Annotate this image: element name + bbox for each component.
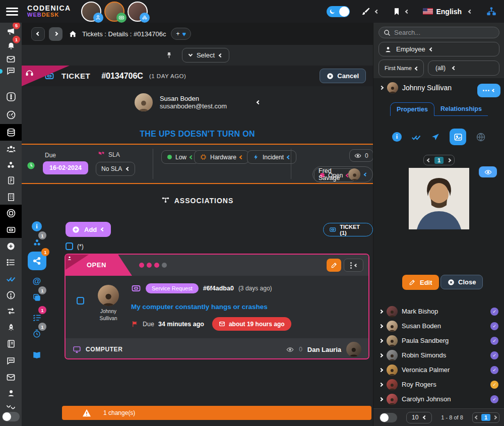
row-expand-icon[interactable] bbox=[379, 368, 383, 372]
page-next-icon[interactable] bbox=[493, 415, 497, 419]
row-expand-icon[interactable] bbox=[379, 353, 383, 357]
target-icon[interactable] bbox=[0, 205, 22, 221]
releases-rocket-icon[interactable] bbox=[0, 320, 22, 335]
checks-section-icon[interactable] bbox=[411, 132, 421, 142]
person-list-item[interactable]: Paula Sandberg ✓ bbox=[373, 333, 504, 348]
selected-person-row[interactable]: Johnny Sullivan bbox=[373, 82, 504, 93]
person-status-icon[interactable]: ✓ bbox=[490, 308, 498, 316]
dashboard-gauge-icon[interactable] bbox=[0, 107, 22, 123]
assoc-type-pill[interactable]: Service Request bbox=[146, 283, 199, 293]
person-list-item[interactable]: Roy Rogers ✓ bbox=[373, 377, 504, 392]
row-expand-icon[interactable] bbox=[379, 338, 383, 342]
cancel-button[interactable]: Cancel bbox=[320, 69, 366, 83]
ticket-filter-button[interactable]: TICKET (1) bbox=[323, 223, 373, 236]
search-input[interactable] bbox=[394, 29, 485, 36]
time-tab-icon[interactable]: 1 bbox=[27, 326, 47, 341]
add-favorite-button[interactable]: + ♥ bbox=[171, 28, 191, 40]
menu-icon[interactable] bbox=[6, 8, 18, 16]
create-new-icon[interactable] bbox=[0, 238, 22, 254]
globe-section-icon[interactable] bbox=[476, 132, 486, 142]
asset-label[interactable]: COMPUTER bbox=[86, 346, 122, 353]
filter-value-dropdown[interactable]: (all) bbox=[428, 60, 499, 76]
brush-chevron-icon[interactable] bbox=[375, 9, 379, 13]
info-section-icon[interactable]: i bbox=[392, 132, 402, 142]
dark-mode-toggle[interactable] bbox=[327, 6, 350, 17]
list-view-icon[interactable] bbox=[0, 255, 22, 270]
tickets-icon[interactable] bbox=[0, 221, 22, 238]
sitemap-icon[interactable] bbox=[486, 6, 497, 17]
assets-icon[interactable] bbox=[0, 157, 22, 172]
assoc-more-button[interactable] bbox=[344, 259, 363, 272]
tab-relationships[interactable]: Relationships bbox=[434, 102, 488, 116]
knowledge-tab-icon[interactable] bbox=[27, 348, 47, 363]
entity-dropdown[interactable]: Employee bbox=[379, 42, 499, 56]
copies-tab-icon[interactable]: 1 bbox=[27, 290, 47, 305]
contracts-icon[interactable] bbox=[0, 173, 22, 188]
sidebar-toggle[interactable] bbox=[2, 412, 20, 421]
bookmark-icon[interactable] bbox=[393, 7, 401, 16]
close-button[interactable]: Close bbox=[440, 275, 483, 289]
edit-button[interactable]: Edit bbox=[402, 275, 439, 290]
requester-block[interactable]: Susan Boden susanboden@test.com bbox=[22, 93, 373, 111]
messages-icon[interactable] bbox=[0, 353, 22, 368]
expand-chevron-icon[interactable] bbox=[380, 86, 384, 90]
photo-view-button[interactable] bbox=[479, 166, 497, 177]
database-icon[interactable] bbox=[0, 124, 22, 141]
journal-icon[interactable] bbox=[0, 336, 22, 351]
row-expand-icon[interactable] bbox=[379, 309, 383, 313]
photo-prev-icon[interactable] bbox=[427, 158, 431, 162]
problems-icon[interactable] bbox=[0, 287, 22, 302]
location-section-icon[interactable] bbox=[431, 133, 440, 142]
add-association-button[interactable]: Add bbox=[66, 222, 111, 237]
associated-ticket-card[interactable]: OPEN Johnny Sullivan Service Request bbox=[65, 254, 369, 359]
category-pill[interactable]: Hardware bbox=[194, 150, 249, 164]
assignee-box[interactable]: Fred Savage bbox=[312, 166, 373, 182]
person-status-icon[interactable]: ✓ bbox=[490, 322, 498, 330]
photo-section-button[interactable] bbox=[450, 129, 466, 145]
person-list-item[interactable]: Robin Simonds ✓ bbox=[373, 348, 504, 362]
page-size-dropdown[interactable]: 10 bbox=[406, 412, 432, 423]
person-status-icon[interactable]: ✓ bbox=[490, 395, 498, 403]
type-pill[interactable]: Incident bbox=[247, 150, 296, 164]
sla-value-box[interactable]: No SLA bbox=[96, 162, 135, 176]
person-status-icon[interactable]: ✓ bbox=[490, 337, 498, 345]
list-toggle[interactable] bbox=[380, 413, 397, 422]
person-list-item[interactable]: Veronica Palmer ✓ bbox=[373, 362, 504, 377]
requester-chevron-icon[interactable] bbox=[257, 100, 261, 104]
page-prev-icon[interactable] bbox=[475, 415, 479, 419]
agent-avatar-2[interactable] bbox=[104, 2, 124, 22]
language-label[interactable]: English bbox=[436, 8, 462, 16]
changes-warning-bar[interactable]: 1 change(s) bbox=[62, 406, 371, 420]
tasks-tab-icon[interactable]: 1 bbox=[27, 310, 47, 325]
person-list-item[interactable]: Mark Bishop ✓ bbox=[373, 304, 504, 319]
search-box[interactable] bbox=[379, 27, 499, 38]
associations-tab-icon[interactable]: 1 bbox=[28, 252, 46, 270]
person-list-item[interactable]: Susan Boden ✓ bbox=[373, 319, 504, 333]
bookmark-chevron-icon[interactable] bbox=[405, 9, 409, 13]
photo-next-icon[interactable] bbox=[447, 158, 451, 162]
watchers-box[interactable]: 0 bbox=[349, 149, 373, 162]
person-actions-button[interactable] bbox=[477, 84, 500, 97]
select-all-checkbox[interactable] bbox=[66, 242, 73, 250]
pin-icon[interactable] bbox=[165, 50, 173, 60]
chat-icon[interactable] bbox=[0, 63, 22, 78]
filter-field-dropdown[interactable]: First Name bbox=[379, 59, 424, 77]
row-expand-icon[interactable] bbox=[379, 324, 383, 328]
home-icon[interactable] bbox=[69, 30, 77, 38]
profile-icon[interactable] bbox=[0, 386, 22, 401]
person-list-item[interactable]: Carolyn Johnson ✓ bbox=[373, 392, 504, 406]
teams-icon[interactable] bbox=[0, 142, 22, 157]
priority-pill[interactable]: Low bbox=[161, 150, 199, 164]
email-icon[interactable] bbox=[0, 370, 22, 385]
assoc-ticket-title[interactable]: My computer constantly hangs or crashes bbox=[131, 303, 268, 311]
agent-avatar-1[interactable] bbox=[81, 2, 101, 22]
due-date-pill[interactable]: 16-02-2024 bbox=[43, 161, 88, 174]
row-expand-icon[interactable] bbox=[379, 397, 383, 401]
person-status-icon[interactable]: ✓ bbox=[490, 381, 498, 389]
more-menu-icon[interactable] bbox=[0, 89, 22, 104]
transfers-icon[interactable] bbox=[0, 303, 22, 319]
assoc-checkbox[interactable] bbox=[77, 297, 84, 305]
agent-avatar-3[interactable] bbox=[128, 2, 148, 22]
organizations-icon[interactable] bbox=[0, 190, 22, 205]
person-status-icon[interactable]: ✓ bbox=[490, 351, 498, 359]
